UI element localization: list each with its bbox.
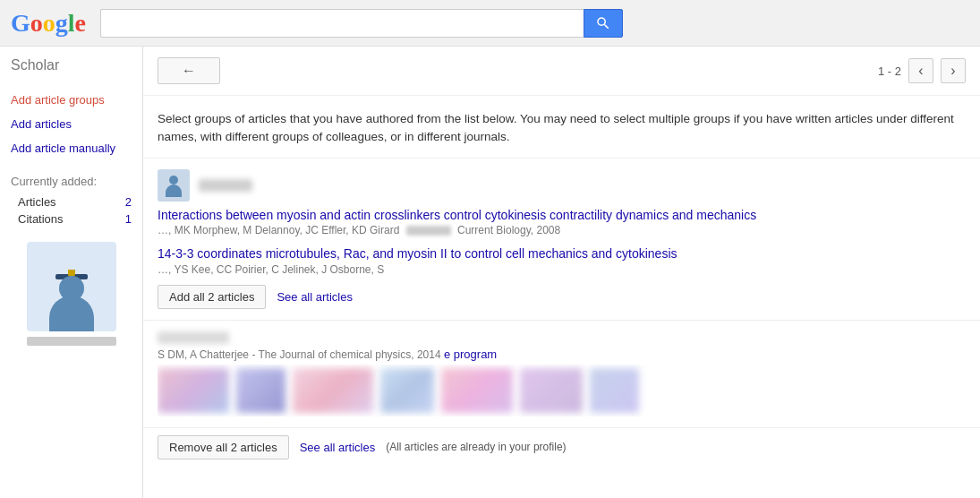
main-layout: Scholar Add article groups Add articles …: [0, 47, 980, 498]
header: Google: [0, 0, 980, 47]
blurred-thumb-3: [293, 368, 373, 413]
second-group-blurred-name: [158, 331, 229, 344]
pagination-bar: ← 1 - 2 ‹ ›: [143, 47, 980, 96]
see-all-link-2[interactable]: See all articles: [300, 441, 376, 454]
blurred-thumbnails-row: [158, 365, 966, 416]
search-input[interactable]: [100, 9, 584, 38]
articles-label: Articles: [18, 195, 56, 209]
page-info: 1 - 2: [878, 64, 901, 78]
article-group-2: S DM, A Chatterjee - The Journal of chem…: [143, 321, 980, 428]
avatar-area: [0, 242, 142, 346]
second-group-header: [158, 331, 966, 344]
g-body: [166, 185, 182, 197]
logo-g: G: [11, 9, 30, 38]
remove-note: (All articles are already in your profil…: [386, 441, 566, 453]
avatar: [27, 242, 116, 331]
citations-stat: Citations 1: [11, 210, 132, 228]
article-title-2[interactable]: 14-3-3 coordinates microtubules, Rac, an…: [158, 246, 677, 261]
article-item-1: Interactions between myosin and actin cr…: [158, 207, 966, 237]
article-meta-2: …, YS Kee, CC Poirier, C Jelinek, J Osbo…: [158, 263, 966, 276]
sidebar: Scholar Add article groups Add articles …: [0, 47, 143, 498]
remove-actions: Remove all 2 articles See all articles (…: [143, 428, 980, 470]
description-text: Select groups of articles that you have …: [143, 96, 980, 159]
article-group-1: Interactions between myosin and actin cr…: [143, 159, 980, 321]
blurred-thumb-6: [520, 368, 583, 413]
currently-added-label: Currently added:: [11, 175, 132, 188]
blurred-thumb-1: [158, 368, 229, 413]
back-button[interactable]: ←: [158, 57, 220, 84]
scholar-title[interactable]: Scholar: [0, 57, 142, 88]
avatar-name-bar: [27, 337, 116, 346]
citations-label: Citations: [18, 212, 64, 226]
sidebar-item-add-articles[interactable]: Add articles: [0, 112, 142, 136]
see-all-link[interactable]: See all articles: [277, 290, 353, 304]
group-actions-1: Add all 2 articles See all articles: [158, 285, 966, 309]
group-name-blurred: [199, 179, 252, 192]
next-page-button[interactable]: ›: [941, 58, 966, 83]
group-header-1: [158, 169, 966, 202]
prev-page-button[interactable]: ‹: [908, 58, 933, 83]
add-all-button[interactable]: Add all 2 articles: [158, 285, 266, 309]
g-head: [169, 176, 178, 185]
avatar-figure: [45, 269, 98, 331]
content: ← 1 - 2 ‹ › Select groups of articles th…: [143, 47, 980, 498]
article-title-1[interactable]: Interactions between myosin and actin cr…: [158, 208, 756, 222]
article-item-2: 14-3-3 coordinates microtubules, Rac, an…: [158, 245, 966, 276]
logo-l: l: [68, 9, 75, 38]
logo-e: e: [75, 9, 86, 38]
article-meta-1: …, MK Morphew, M Delannoy, JC Effler, KD…: [158, 224, 966, 236]
search-icon: [595, 15, 611, 31]
sidebar-item-add-article-groups[interactable]: Add article groups: [0, 88, 142, 112]
blurred-thumb-7: [590, 368, 639, 413]
logo-g2: g: [55, 9, 68, 38]
search-bar: [100, 9, 969, 38]
avatar-body: [49, 296, 94, 331]
blurred-thumb-4: [380, 368, 434, 413]
group-avatar-1: [158, 169, 190, 202]
program-link[interactable]: e program: [444, 348, 497, 361]
remove-all-button[interactable]: Remove all 2 articles: [158, 435, 289, 459]
logo-o1: o: [30, 9, 43, 38]
pagination-controls: 1 - 2 ‹ ›: [878, 58, 966, 83]
second-group-meta: S DM, A Chatterjee - The Journal of chem…: [158, 348, 966, 361]
group-avatar-inner: [164, 174, 183, 197]
search-button[interactable]: [584, 9, 623, 38]
citations-count: 1: [125, 212, 132, 226]
articles-count: 2: [125, 195, 132, 209]
blurred-thumb-2: [236, 368, 285, 413]
articles-stat: Articles 2: [11, 193, 132, 210]
logo-o2: o: [43, 9, 55, 38]
blurred-thumb-5: [441, 368, 513, 413]
sidebar-stats-section: Currently added: Articles 2 Citations 1: [0, 175, 142, 228]
logo: Google: [11, 9, 86, 38]
sidebar-item-add-article-manually[interactable]: Add article manually: [0, 136, 142, 160]
